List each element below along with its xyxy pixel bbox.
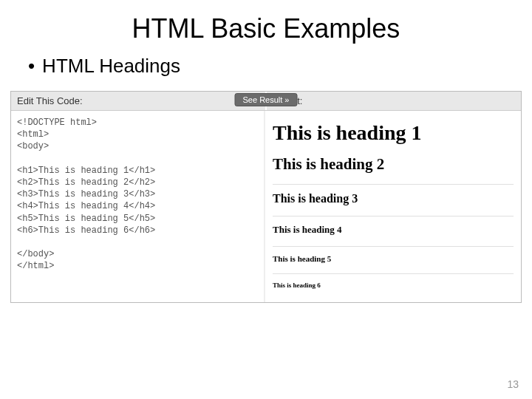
result-h2: This is heading 2 <box>273 155 514 174</box>
result-h4: This is heading 4 <box>273 224 514 236</box>
see-result-button[interactable]: See Result » <box>235 93 298 106</box>
bullet-text: HTML Headings <box>42 55 180 77</box>
result-h5: This is heading 5 <box>273 254 514 263</box>
result-preview: This is heading 1 This is heading 2 This… <box>265 111 521 302</box>
result-h1: This is heading 1 <box>273 121 514 145</box>
example-panes: <!DOCTYPE html> <html> <body> <h1>This i… <box>11 111 521 302</box>
slide-title: HTML Basic Examples <box>0 0 532 55</box>
result-h6: This is heading 6 <box>273 282 514 289</box>
result-h3: This is heading 3 <box>273 192 514 205</box>
bullet-icon: • <box>28 55 35 77</box>
divider <box>273 184 514 185</box>
divider <box>273 216 514 216</box>
page-number: 13 <box>507 378 519 390</box>
code-editor[interactable]: <!DOCTYPE html> <html> <body> <h1>This i… <box>11 111 265 302</box>
result-label: Result: <box>265 92 521 110</box>
example-container: Edit This Code: See Result » Result: <!D… <box>10 91 522 303</box>
edit-code-label: Edit This Code: <box>11 92 265 110</box>
divider <box>273 273 514 274</box>
bullet-item: •HTML Headings <box>0 55 532 78</box>
example-header: Edit This Code: See Result » Result: <box>11 92 521 111</box>
divider <box>273 246 514 247</box>
